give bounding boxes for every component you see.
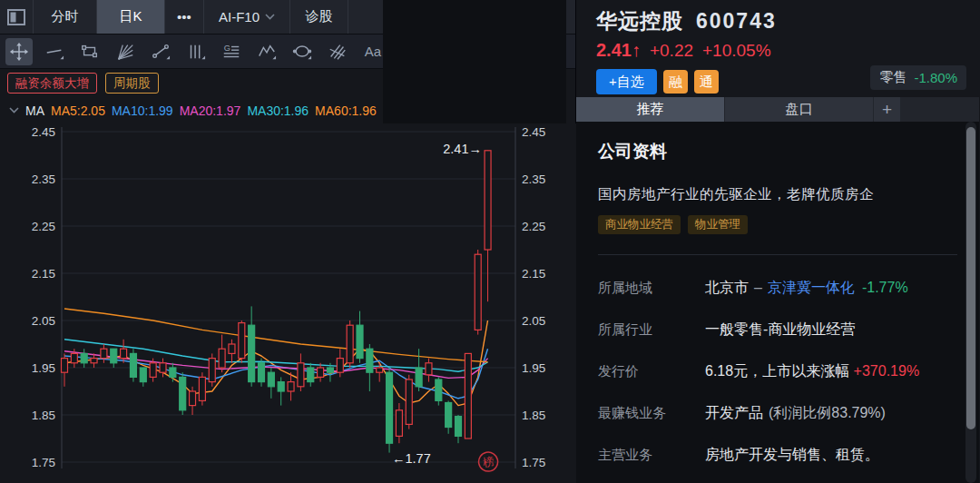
info-panel: 华远控股600743 2.41↑ +0.22 +10.05% +自选 融 通 零… (576, 0, 979, 483)
price-row: 2.41↑ +0.22 +10.05% (596, 40, 979, 61)
ma20-value: MA20:1.97 (180, 104, 241, 118)
ellipse-tool-button[interactable] (289, 38, 316, 65)
svg-text:2.35: 2.35 (32, 172, 55, 186)
top-business-value: 开发产品 (705, 405, 763, 420)
price-change-pct: +10.05% (702, 41, 771, 61)
row-label: 所属地域 (598, 279, 705, 297)
ma30-value: MA30:1.96 (247, 104, 309, 118)
ma-indicator-label[interactable]: MA (25, 104, 44, 118)
industry-value: 一般零售-商业物业经营 (705, 320, 855, 339)
tab-time-share-label: 分时 (52, 8, 79, 25)
company-description: 国内房地产行业的先驱企业，老牌优质房企 (598, 185, 957, 204)
issue-price-value: 6.18元，上市以来涨幅 (705, 363, 849, 379)
collapse-left-panel-button[interactable] (0, 0, 34, 34)
svg-text:←1.77: ←1.77 (392, 451, 431, 466)
wave-tool-button[interactable] (253, 38, 280, 65)
ma5-value: MA5:2.05 (51, 104, 105, 118)
move-tool-button[interactable] (5, 38, 33, 65)
sector-quote-chip[interactable]: 零售 -1.80% (870, 65, 966, 90)
chevron-down-icon[interactable] (9, 107, 19, 113)
diagnose-stock-button[interactable]: 诊股 (290, 0, 348, 34)
vertical-lines-icon (186, 42, 206, 62)
tab-daily-k[interactable]: 日K (97, 0, 165, 34)
row-issue-price: 发行价 6.18元，上市以来涨幅 +370.19% (598, 362, 957, 380)
more-periods-button[interactable]: ••• (165, 0, 204, 34)
tabbar-filler (901, 97, 979, 122)
scrollbar-track[interactable] (965, 122, 976, 483)
wave-icon (257, 42, 277, 62)
margin-trading-badge[interactable]: 融 (663, 70, 688, 94)
company-tag[interactable]: 商业物业经营 (598, 215, 681, 234)
chart-panel: 分时 日K ••• AI-F10 诊股 显示 画线 (0, 0, 576, 483)
tag-label: 融资余额大增 (15, 76, 89, 90)
svg-text:G: G (224, 44, 230, 53)
chevron-down-icon (265, 14, 275, 20)
svg-text:1.95: 1.95 (32, 361, 55, 375)
stock-code: 600743 (696, 9, 777, 33)
diagnose-label: 诊股 (306, 8, 333, 25)
region-concept-link[interactable]: 京津冀一体化 (768, 280, 855, 295)
tag-label: 周期股 (113, 76, 151, 90)
row-label: 所属行业 (598, 320, 705, 339)
row-label: 主营业务 (598, 446, 705, 464)
tab-time-share[interactable]: 分时 (34, 0, 97, 34)
segment-tool-button[interactable] (147, 38, 174, 65)
stock-connect-badge[interactable]: 通 (694, 70, 719, 94)
golden-section-tool-button[interactable]: G (218, 38, 245, 65)
svg-text:2.05: 2.05 (522, 314, 545, 328)
plus-icon: + (882, 100, 892, 120)
ai-f10-dropdown[interactable]: AI-F10 (204, 0, 290, 34)
sector-name: 零售 (879, 69, 906, 86)
last-price: 2.41↑ (596, 40, 641, 61)
golden-section-icon: G (221, 42, 241, 62)
svg-text:2.45: 2.45 (522, 125, 545, 139)
scrollbar-thumb[interactable] (966, 127, 975, 429)
add-tab-button[interactable]: + (874, 97, 900, 122)
main-business-value: 房地产开发与销售、租赁。 (705, 446, 879, 464)
stock-app-window: 分时 日K ••• AI-F10 诊股 显示 画线 (0, 0, 980, 483)
ma60-value: MA60:1.96 (315, 104, 377, 118)
concept-change: -1.77% (862, 280, 908, 295)
svg-text:1.85: 1.85 (522, 409, 545, 422)
company-profile-card: 公司资料 国内房地产行业的先驱企业，老牌优质房企 商业物业经营 物业管理 所属地… (576, 122, 979, 483)
rectangle-tool-button[interactable] (76, 38, 103, 65)
gann-fan-icon (115, 42, 135, 62)
move-cross-icon (9, 42, 29, 62)
kline-chart[interactable]: 2.452.452.352.352.252.252.152.152.052.05… (0, 123, 576, 483)
text-tool-icon: Aa (365, 44, 381, 58)
fan-tool-button[interactable] (112, 38, 139, 65)
svg-text:1.95: 1.95 (522, 361, 545, 375)
svg-text:2.41→: 2.41→ (443, 142, 482, 156)
ellipse-icon (292, 42, 312, 62)
segment-icon (151, 42, 171, 62)
panel-left-icon (5, 6, 27, 28)
rectangle-icon (80, 42, 100, 62)
svg-text:2.35: 2.35 (522, 172, 545, 186)
ellipsis-icon: ••• (177, 9, 191, 25)
pitchfork-tool-button[interactable] (324, 38, 351, 65)
profit-ratio-note: (利润比例83.79%) (769, 405, 886, 420)
tab-daily-k-label: 日K (119, 8, 142, 25)
svg-text:2.15: 2.15 (32, 267, 55, 281)
svg-text:1.75: 1.75 (522, 456, 545, 469)
stock-name: 华远控股 (596, 9, 683, 33)
panel-tab-bar: 推荐 盘口 + (576, 97, 979, 122)
trendline-tool-button[interactable] (41, 38, 68, 65)
gain-since-ipo: +370.19% (854, 363, 920, 379)
row-main-business: 主营业务 房地产开发与销售、租赁。 (598, 446, 957, 464)
row-label: 最赚钱业务 (598, 404, 705, 422)
price-change: +0.22 (650, 41, 693, 61)
vertical-lines-tool-button[interactable] (182, 38, 210, 65)
ma-legend-row: MA MA5:2.05 MA10:1.99 MA20:1.97 MA30:1.9… (0, 97, 575, 123)
tag-margin-balance-up[interactable]: 融资余额大增 (7, 73, 97, 94)
tab-recommend[interactable]: 推荐 (576, 97, 724, 122)
stock-header: 华远控股600743 2.41↑ +0.22 +10.05% +自选 融 通 零… (576, 0, 979, 97)
add-watchlist-button[interactable]: +自选 (596, 69, 657, 94)
tab-order-book[interactable]: 盘口 (725, 97, 873, 122)
divider (598, 254, 957, 255)
ma10-value: MA10:1.99 (112, 104, 173, 118)
company-tag[interactable]: 物业管理 (688, 215, 748, 234)
tag-cyclical-stock[interactable]: 周期股 (105, 73, 159, 94)
svg-text:2.15: 2.15 (522, 267, 545, 281)
pitchfork-icon (328, 42, 348, 62)
